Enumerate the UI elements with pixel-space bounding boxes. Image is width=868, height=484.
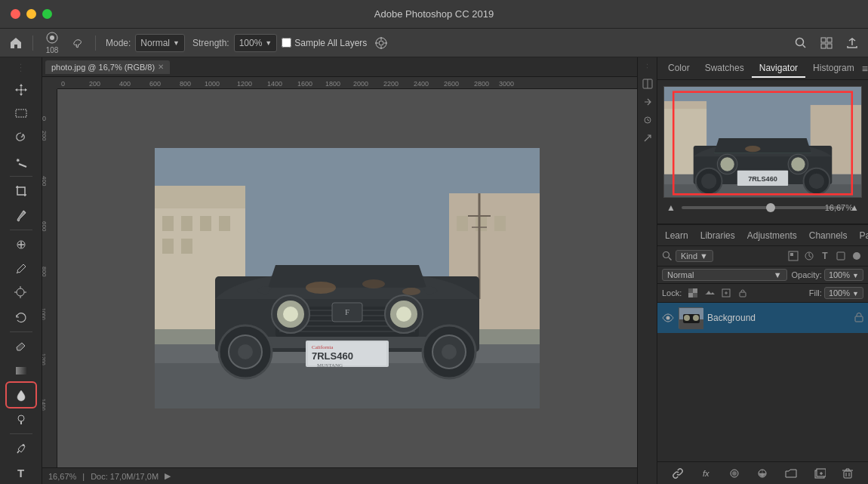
tab-libraries[interactable]: Libraries bbox=[694, 227, 741, 244]
filter-type-icon[interactable]: T bbox=[818, 249, 832, 263]
add-adjustment-button[interactable] bbox=[754, 465, 771, 482]
zoom-out-button[interactable]: ▲ bbox=[665, 201, 677, 214]
mode-dropdown[interactable]: Normal ▼ bbox=[135, 34, 185, 52]
canvas-statusbar: 16,67% | Doc: 17,0M/17,0M ▶ bbox=[42, 467, 637, 484]
zoom-percent: 16,67% bbox=[825, 203, 853, 212]
minimize-button[interactable] bbox=[26, 9, 36, 19]
lock-artboard-button[interactable] bbox=[719, 286, 733, 300]
magic-wand-tool[interactable] bbox=[8, 150, 35, 173]
svg-text:800: 800 bbox=[42, 267, 48, 277]
lock-image-button[interactable] bbox=[703, 286, 716, 300]
layer-background[interactable]: Background bbox=[657, 303, 868, 333]
filter-adjust-icon[interactable] bbox=[802, 249, 816, 263]
filter-pixel-icon[interactable] bbox=[786, 249, 800, 263]
target-button[interactable] bbox=[371, 33, 391, 53]
window-controls[interactable] bbox=[11, 9, 52, 19]
lock-transparent-button[interactable] bbox=[686, 286, 700, 300]
sample-all-layers-checkbox[interactable]: Sample All Layers bbox=[282, 38, 367, 48]
lasso-tool[interactable] bbox=[8, 126, 35, 149]
type-tool[interactable]: T bbox=[8, 461, 35, 484]
create-layer-button[interactable] bbox=[811, 465, 828, 482]
search-button[interactable] bbox=[791, 33, 811, 53]
svg-point-147 bbox=[684, 315, 690, 321]
heal-tool[interactable] bbox=[8, 233, 35, 256]
opacity-field: Opacity: 100% ▼ bbox=[792, 269, 863, 281]
delete-layer-button[interactable] bbox=[839, 465, 856, 482]
lock-all-button[interactable] bbox=[736, 286, 749, 300]
create-group-button[interactable] bbox=[783, 465, 799, 482]
tab-histogram[interactable]: Histogram bbox=[805, 60, 862, 78]
top-panel: Color Swatches Navigator Histogram ≡ bbox=[657, 57, 868, 224]
maximize-button[interactable] bbox=[42, 9, 52, 19]
brush-settings-button[interactable] bbox=[69, 33, 88, 53]
eraser-tool[interactable] bbox=[8, 335, 35, 358]
tab-learn[interactable]: Learn bbox=[659, 227, 694, 244]
home-button[interactable] bbox=[6, 33, 26, 53]
filter-smart-icon[interactable] bbox=[850, 249, 863, 263]
layers-blend-bar: Normal ▼ Opacity: 100% ▼ bbox=[657, 267, 868, 284]
strength-dropdown[interactable]: 100% ▼ bbox=[234, 34, 278, 52]
pen-tool[interactable] bbox=[8, 437, 35, 460]
eyedropper-tool[interactable] bbox=[8, 204, 35, 227]
svg-point-29 bbox=[22, 444, 24, 446]
side-btn-1[interactable] bbox=[640, 76, 655, 91]
side-btn-2[interactable] bbox=[640, 94, 655, 109]
svg-text:1600: 1600 bbox=[297, 80, 312, 88]
layer-fx-button[interactable]: fx bbox=[697, 465, 714, 482]
brush-selector[interactable]: 108 bbox=[40, 29, 64, 56]
toolbox-collapse[interactable]: ··· bbox=[16, 60, 26, 77]
layer-visibility-toggle[interactable] bbox=[662, 312, 674, 324]
clone-tool[interactable] bbox=[8, 282, 35, 304]
tab-paths[interactable]: Paths bbox=[853, 227, 868, 244]
svg-rect-106 bbox=[155, 148, 540, 408]
svg-rect-133 bbox=[790, 253, 793, 256]
tab-navigator[interactable]: Navigator bbox=[752, 60, 805, 78]
workspace-button[interactable] bbox=[817, 33, 836, 53]
add-mask-button[interactable] bbox=[726, 465, 743, 482]
titlebar: Adobe Photoshop CC 2019 bbox=[0, 0, 868, 29]
tab-swatches[interactable]: Swatches bbox=[697, 60, 752, 78]
blur-tool[interactable] bbox=[8, 384, 35, 406]
dodge-tool[interactable] bbox=[8, 408, 35, 430]
side-panel: ·· bbox=[637, 57, 657, 484]
svg-text:1000: 1000 bbox=[205, 80, 220, 88]
close-button[interactable] bbox=[11, 9, 20, 19]
svg-rect-11 bbox=[827, 38, 832, 42]
opacity-input[interactable]: 100% ▼ bbox=[824, 269, 863, 281]
document-tab[interactable]: photo.jpg @ 16,7% (RGB/8) ✕ bbox=[45, 60, 170, 74]
close-tab-button[interactable]: ✕ bbox=[158, 63, 164, 71]
crop-tool[interactable] bbox=[8, 180, 35, 202]
brush-tool[interactable] bbox=[8, 257, 35, 280]
svg-point-148 bbox=[693, 315, 699, 321]
link-layers-button[interactable] bbox=[669, 465, 686, 482]
svg-text:0: 0 bbox=[42, 115, 46, 122]
svg-rect-135 bbox=[837, 252, 845, 260]
move-tool[interactable] bbox=[8, 79, 35, 101]
side-btn-3[interactable] bbox=[640, 113, 655, 128]
right-panel: Color Swatches Navigator Histogram ≡ bbox=[657, 57, 868, 484]
marquee-tool[interactable] bbox=[8, 102, 35, 125]
tab-channels[interactable]: Channels bbox=[803, 227, 854, 244]
document-canvas[interactable]: F California 7RLS460 MUSTANG bbox=[155, 148, 540, 408]
tab-adjustments[interactable]: Adjustments bbox=[741, 227, 803, 244]
zoom-thumb[interactable] bbox=[766, 203, 775, 212]
share-button[interactable] bbox=[842, 33, 862, 53]
tab-color[interactable]: Color bbox=[660, 60, 697, 78]
status-arrow[interactable]: ▶ bbox=[165, 471, 171, 481]
gradient-tool[interactable] bbox=[8, 359, 35, 382]
svg-point-21 bbox=[17, 288, 24, 296]
zoom-slider[interactable] bbox=[682, 206, 844, 209]
side-btn-4[interactable] bbox=[640, 131, 655, 146]
filter-shape-icon[interactable] bbox=[834, 249, 848, 263]
canvas-viewport[interactable]: F California 7RLS460 MUSTANG bbox=[57, 89, 637, 467]
kind-dropdown[interactable]: Kind ▼ bbox=[676, 250, 713, 262]
panel-menu-button[interactable]: ≡ bbox=[862, 63, 868, 75]
svg-point-3 bbox=[379, 41, 383, 45]
side-collapse[interactable]: ·· bbox=[642, 60, 653, 73]
history-tool[interactable] bbox=[8, 306, 35, 328]
svg-rect-48 bbox=[42, 89, 57, 467]
fill-input[interactable]: 100% ▼ bbox=[824, 287, 863, 299]
bottom-panel: Learn Libraries Adjustments Channels Pat… bbox=[657, 224, 868, 484]
blend-mode-dropdown[interactable]: Normal ▼ bbox=[662, 269, 787, 281]
svg-rect-140 bbox=[693, 288, 697, 293]
